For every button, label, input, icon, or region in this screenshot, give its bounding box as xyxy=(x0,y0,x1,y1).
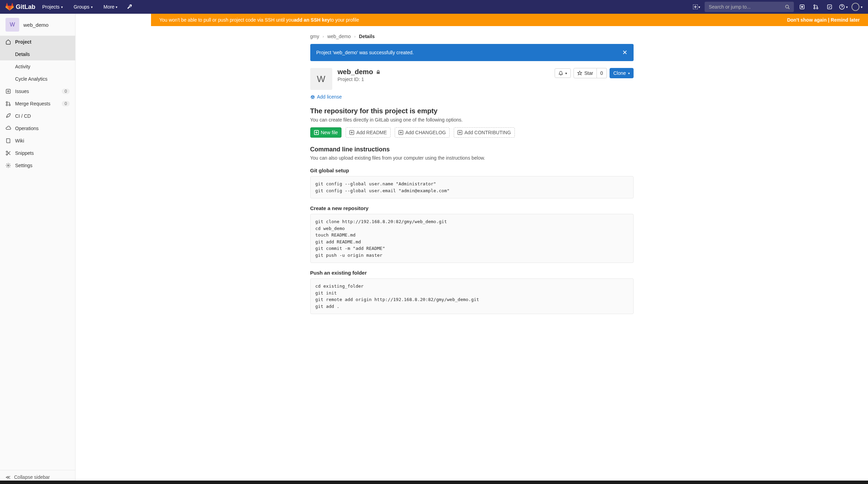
svg-point-14 xyxy=(6,151,8,152)
add-contributing-button[interactable]: Add CONTRIBUTING xyxy=(454,127,514,138)
search-input[interactable] xyxy=(709,4,784,10)
svg-point-13 xyxy=(9,104,10,106)
help-icon[interactable]: ▾ xyxy=(838,1,849,12)
sidebar-item-label: Wiki xyxy=(15,138,24,143)
chevron-down-icon: ▾ xyxy=(61,5,63,9)
search-icon xyxy=(785,4,790,9)
breadcrumb-sep: › xyxy=(354,34,356,38)
add-changelog-button[interactable]: Add CHANGELOG xyxy=(395,127,450,138)
gear-icon xyxy=(5,163,11,168)
svg-point-6 xyxy=(817,8,818,9)
plus-box-icon xyxy=(314,130,319,135)
add-license-label: Add license xyxy=(317,94,342,100)
add-readme-button[interactable]: Add README xyxy=(346,127,391,138)
svg-rect-9 xyxy=(6,89,10,93)
sidebar-item-merge-requests[interactable]: Merge Requests 0 xyxy=(0,97,75,110)
add-license-link[interactable]: Add license xyxy=(310,94,342,100)
admin-wrench-icon[interactable] xyxy=(124,1,135,12)
project-title-block: web_demo Project ID: 1 xyxy=(338,68,381,82)
nav-projects[interactable]: Projects ▾ xyxy=(38,0,67,14)
sidebar-item-label: CI / CD xyxy=(15,113,31,119)
issues-shortcut-icon[interactable] xyxy=(797,1,808,12)
add-changelog-label: Add CHANGELOG xyxy=(405,130,446,135)
sidebar-header[interactable]: W web_demo xyxy=(0,14,75,36)
svg-point-1 xyxy=(786,5,789,8)
chevron-down-icon: ▾ xyxy=(698,5,700,9)
project-avatar-small: W xyxy=(5,18,19,32)
sidebar-item-cicd[interactable]: CI / CD xyxy=(0,110,75,122)
nav-projects-label: Projects xyxy=(42,4,60,10)
sidebar-item-operations[interactable]: Operations xyxy=(0,122,75,135)
dont-show-again-link[interactable]: Don't show again xyxy=(787,17,826,23)
mr-count-badge: 0 xyxy=(62,101,70,106)
project-avatar-large: W xyxy=(310,68,332,90)
ssh-banner-suffix: to your profile xyxy=(330,17,359,23)
alert-message: Project 'web_demo' was successfully crea… xyxy=(316,50,414,55)
svg-point-15 xyxy=(6,154,8,155)
add-ssh-key-link[interactable]: add an SSH key xyxy=(294,17,330,23)
ssh-banner-actions: Don't show again | Remind later xyxy=(787,17,860,23)
sidebar-item-snippets[interactable]: Snippets xyxy=(0,147,75,159)
remind-later-link[interactable]: Remind later xyxy=(831,17,860,23)
star-icon xyxy=(577,71,582,76)
sidebar-item-activity[interactable]: Activity xyxy=(0,60,75,73)
empty-repo-heading: The repository for this project is empty xyxy=(310,107,634,115)
plus-box-icon xyxy=(398,130,403,135)
breadcrumb-project[interactable]: web_demo xyxy=(327,34,351,39)
plus-box-icon xyxy=(349,130,354,135)
breadcrumb-owner[interactable]: gmy xyxy=(310,34,319,39)
scissors-icon xyxy=(5,150,11,156)
sidebar-item-label: Project xyxy=(15,39,31,45)
sidebar-item-project[interactable]: Project xyxy=(0,36,75,48)
content: gmy › web_demo › Details Project 'web_de… xyxy=(302,26,642,337)
nav-more[interactable]: More ▾ xyxy=(100,0,122,14)
git-global-setup-heading: Git global setup xyxy=(310,168,634,173)
close-icon[interactable]: ✕ xyxy=(622,49,627,56)
cloud-gear-icon xyxy=(5,126,11,131)
project-header: W web_demo Project ID: 1 ▾ xyxy=(310,68,634,90)
add-readme-label: Add README xyxy=(356,130,387,135)
chevron-down-icon: ▾ xyxy=(91,5,93,9)
sidebar-project-name: web_demo xyxy=(23,22,48,28)
chevron-down-icon: ▾ xyxy=(628,71,630,75)
git-global-setup-code[interactable]: git config --global user.name "Administr… xyxy=(310,176,634,198)
svg-point-10 xyxy=(8,91,9,92)
sidebar-item-settings[interactable]: Settings xyxy=(0,159,75,172)
sidebar-item-label: Operations xyxy=(15,126,38,131)
sidebar-item-label: Settings xyxy=(15,163,33,168)
notification-dropdown[interactable]: ▾ xyxy=(555,68,571,78)
gitlab-logo[interactable]: GitLab xyxy=(5,3,35,11)
push-existing-code[interactable]: cd existing_folder git init git remote a… xyxy=(310,278,634,314)
star-count[interactable]: 0 xyxy=(597,68,607,78)
create-new-repo-code[interactable]: git clone http://192.168.8.20:82/gmy/web… xyxy=(310,214,634,263)
add-license-row: Add license xyxy=(310,94,634,100)
todos-icon[interactable] xyxy=(824,1,835,12)
sidebar-item-issues[interactable]: Issues 0 xyxy=(0,85,75,97)
sidebar-item-cycle-analytics[interactable]: Cycle Analytics xyxy=(0,73,75,85)
project-title: web_demo xyxy=(338,68,373,76)
new-file-label: New file xyxy=(321,130,338,135)
clone-button[interactable]: Clone ▾ xyxy=(610,68,634,78)
plus-dropdown[interactable]: ▾ xyxy=(691,1,702,12)
sidebar-item-details[interactable]: Details xyxy=(0,48,75,60)
avatar-icon xyxy=(852,3,859,11)
new-file-button[interactable]: New file xyxy=(310,127,342,138)
sidebar-item-wiki[interactable]: Wiki xyxy=(0,135,75,147)
merge-request-shortcut-icon[interactable] xyxy=(810,1,821,12)
user-menu[interactable]: ▾ xyxy=(852,1,863,12)
chevron-down-icon: ▾ xyxy=(116,5,117,9)
breadcrumbs: gmy › web_demo › Details xyxy=(310,32,634,44)
create-new-repo-heading: Create a new repository xyxy=(310,205,634,211)
file-buttons: New file Add README Add CHANGELOG Add CO… xyxy=(310,127,634,138)
star-label: Star xyxy=(584,70,593,76)
svg-point-5 xyxy=(814,8,815,9)
nav-groups[interactable]: Groups ▾ xyxy=(70,0,97,14)
svg-point-11 xyxy=(6,102,8,103)
chevron-down-icon: ▾ xyxy=(565,71,567,75)
search-box[interactable] xyxy=(705,2,794,12)
star-button[interactable]: Star xyxy=(574,68,597,78)
chevron-down-icon: ▾ xyxy=(846,5,848,9)
sidebar-item-label: Issues xyxy=(15,89,29,94)
plus-box-icon xyxy=(458,130,462,135)
push-existing-heading: Push an existing folder xyxy=(310,270,634,276)
